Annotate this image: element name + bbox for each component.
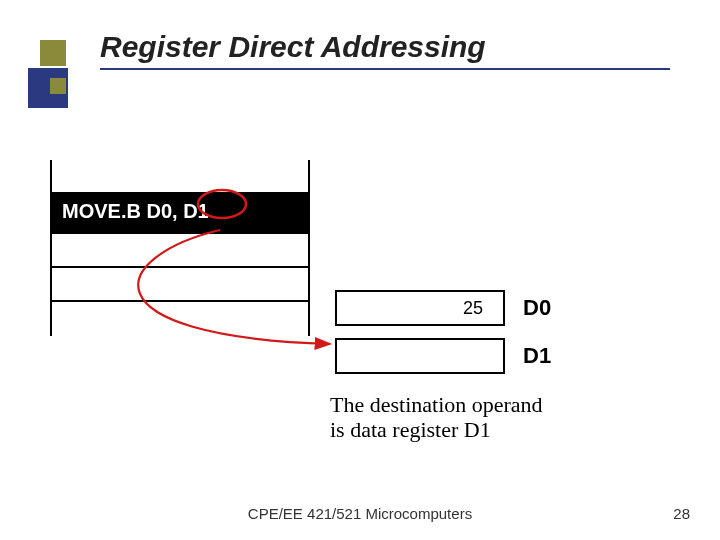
accent-square-1	[40, 40, 66, 66]
slide: Register Direct Addressing MOVE.B D0, D1…	[0, 0, 720, 540]
memory-cell-instruction: MOVE.B D0, D1	[50, 194, 310, 234]
register-row-d1: D1	[335, 338, 551, 374]
register-box-d1	[335, 338, 505, 374]
caption-line-1: The destination operand	[330, 392, 543, 417]
register-file: 25 D0 D1	[335, 290, 551, 386]
caption: The destination operand is data register…	[330, 392, 630, 443]
page-number: 28	[673, 505, 690, 522]
memory-cell-empty	[50, 160, 310, 194]
register-label-d1: D1	[523, 343, 551, 369]
accent-square-3	[50, 78, 66, 94]
register-label-d0: D0	[523, 295, 551, 321]
memory-table: MOVE.B D0, D1	[50, 160, 310, 336]
title-underline	[100, 68, 670, 70]
slide-title: Register Direct Addressing	[100, 30, 486, 64]
register-box-d0: 25	[335, 290, 505, 326]
memory-cell-empty	[50, 234, 310, 268]
caption-line-2: is data register D1	[330, 417, 491, 442]
footer-text: CPE/EE 421/521 Microcomputers	[0, 505, 720, 522]
register-value-d0: 25	[463, 298, 483, 319]
instruction-text: MOVE.B D0, D1	[62, 200, 209, 223]
memory-cell-empty	[50, 268, 310, 302]
memory-cell-empty	[50, 302, 310, 336]
register-row-d0: 25 D0	[335, 290, 551, 326]
